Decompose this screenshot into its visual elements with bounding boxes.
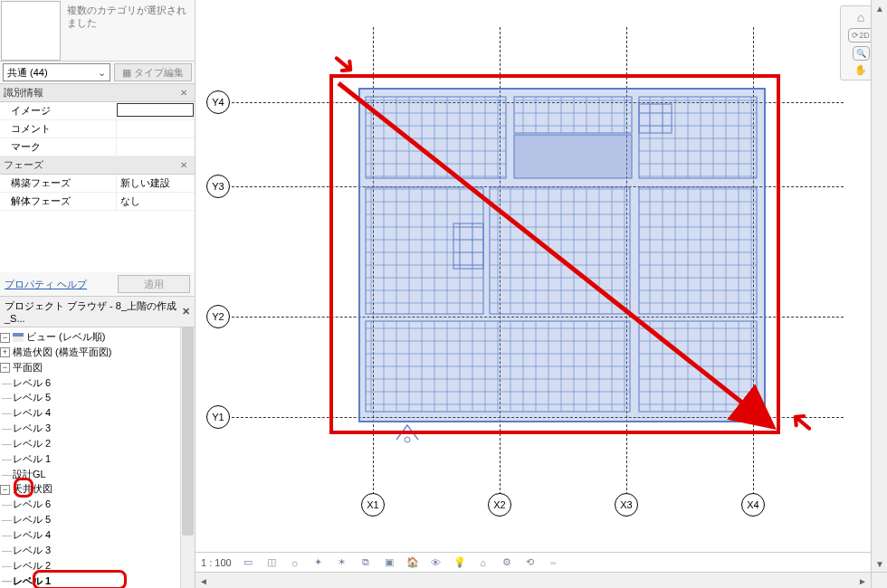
scroll-left-icon[interactable]: ◄	[196, 574, 211, 588]
tree-ceiling-lvl4[interactable]: —レベル 4	[0, 527, 195, 543]
grid-head-y4[interactable]: Y4	[206, 90, 230, 114]
project-browser-title: プロジェクト ブラウザ - 8_上階の作成_S...	[5, 299, 182, 324]
category-filter-row: 共通 (44) ▦ タイプ編集	[0, 62, 195, 84]
grid-head-x2[interactable]: X2	[488, 493, 511, 517]
tree-ceiling-lvl4-label: レベル 4	[13, 529, 51, 540]
expand-toggle-icon[interactable]: +	[0, 347, 10, 357]
close-icon[interactable]: ✕	[182, 306, 190, 318]
view-2d-label: 2D	[859, 31, 870, 40]
tree-structural-plans[interactable]: +構造伏図 (構造平面図)	[0, 345, 195, 360]
tree-ceiling-lvl3[interactable]: —レベル 3	[0, 543, 195, 558]
row-comment-value[interactable]	[116, 120, 195, 138]
row-image[interactable]: イメージ	[0, 102, 195, 120]
edit-type-icon: ▦	[122, 67, 131, 79]
tree-floor-lvl6-label: レベル 6	[13, 377, 51, 388]
grid-head-y4-label: Y4	[212, 97, 224, 108]
scroll-up-icon[interactable]: ▲	[873, 1, 887, 15]
crop-view-icon[interactable]: ⧉	[358, 555, 373, 570]
analytical-icon[interactable]: ⚙	[500, 555, 514, 570]
highlight-displacement-icon[interactable]: ⟲	[523, 555, 538, 570]
grid-head-x3[interactable]: X3	[615, 493, 638, 517]
scroll-down-icon[interactable]: ▼	[873, 556, 887, 571]
tree-dash-icon: —	[2, 422, 7, 435]
row-phase-demolished-value[interactable]: なし	[116, 193, 195, 210]
detail-level-icon[interactable]: ▭	[241, 555, 255, 570]
grid-head-y1[interactable]: Y1	[206, 405, 230, 429]
row-comment[interactable]: コメント	[0, 120, 195, 138]
multi-category-message: 複数のカテゴリが選択されました	[62, 0, 195, 61]
tree-dash-icon: —	[2, 391, 7, 404]
view-2d-badge[interactable]: ⟳2D	[848, 28, 873, 43]
row-phase-created-value[interactable]: 新しい建設	[116, 175, 195, 192]
home-icon[interactable]: ⌂	[857, 10, 864, 24]
shadows-icon[interactable]: ✦	[311, 555, 326, 570]
tree-ceiling-plans[interactable]: −天井伏図	[0, 481, 195, 497]
row-mark[interactable]: マーク	[0, 138, 195, 156]
tree-floor-lvl5[interactable]: —レベル 5	[0, 390, 195, 405]
category-filter-dropdown[interactable]: 共通 (44)	[3, 63, 110, 81]
grid-head-x4[interactable]: X4	[741, 493, 765, 517]
row-phase-created[interactable]: 構築フェーズ新しい建設	[0, 175, 195, 193]
pan-icon[interactable]: ✋	[854, 64, 867, 76]
lock-3d-icon[interactable]: 🏠	[405, 555, 420, 570]
collapse-toggle-icon[interactable]: −	[0, 363, 10, 373]
drawing-canvas-area: Y4 Y3 Y2 Y1 X1 X2 X3 X4	[196, 0, 887, 588]
tree-structplans-label: 構造伏図 (構造平面図)	[13, 346, 111, 357]
tree-ceiling-lvl2-label: レベル 2	[13, 560, 51, 571]
reveal-hidden-icon[interactable]: 💡	[453, 555, 467, 570]
row-phase-demolished[interactable]: 解体フェーズなし	[0, 193, 195, 211]
tree-ceiling-lvl5[interactable]: —レベル 5	[0, 512, 195, 527]
worksharing-icon[interactable]: ⌂	[476, 555, 491, 570]
tree-scroll-thumb[interactable]	[182, 327, 194, 536]
grid-head-y2[interactable]: Y2	[206, 305, 230, 328]
properties-whitespace	[0, 211, 195, 272]
group-identity-header[interactable]: 識別情報✕	[0, 84, 195, 102]
tree-ceiling-lvl1[interactable]: —レベル 1	[0, 574, 195, 589]
tree-floor-lvl2[interactable]: —レベル 2	[0, 436, 195, 451]
tree-dash-icon: —	[2, 406, 7, 420]
properties-grid: 識別情報✕ イメージ コメント マーク フェーズ✕ 構築フェーズ新しい建設 解体…	[0, 84, 195, 211]
properties-header: 複数のカテゴリが選択されました	[0, 0, 195, 62]
collapse-toggle-icon[interactable]: −	[0, 485, 10, 495]
tree-floor-lvl1[interactable]: —レベル 1	[0, 451, 195, 467]
tree-floor-lvl3[interactable]: —レベル 3	[0, 421, 195, 436]
project-browser-tree[interactable]: −ビュー (レベル順) +構造伏図 (構造平面図) −平面図 —レベル 6 —レ…	[0, 327, 195, 588]
view-scale[interactable]: 1 : 100	[201, 557, 232, 568]
sun-path-icon[interactable]: ☼	[288, 555, 302, 570]
apply-button[interactable]: 適用	[118, 275, 190, 293]
grid-head-x1[interactable]: X1	[361, 493, 385, 517]
tree-floor-lvl4-label: レベル 4	[13, 407, 51, 418]
grid-head-y3[interactable]: Y3	[206, 175, 230, 198]
group-phase-header[interactable]: フェーズ✕	[0, 156, 195, 175]
model-graphics-icon[interactable]: ◫	[264, 555, 279, 570]
row-mark-value[interactable]	[116, 138, 195, 156]
tree-floor-lvl4[interactable]: —レベル 4	[0, 405, 195, 421]
properties-help-link[interactable]: プロパティ ヘルプ	[5, 278, 87, 291]
vertical-scrollbar[interactable]: ▲ ▼	[871, 0, 887, 572]
type-preview-thumbnail[interactable]	[1, 1, 61, 61]
tree-scrollbar[interactable]	[180, 327, 195, 588]
project-browser-header[interactable]: プロジェクト ブラウザ - 8_上階の作成_S... ✕	[0, 296, 195, 327]
tree-dash-icon: —	[2, 544, 7, 557]
tree-floor-plans[interactable]: −平面図	[0, 360, 195, 375]
tree-root-views[interactable]: −ビュー (レベル順)	[0, 329, 195, 345]
temp-hide-icon[interactable]: 👁	[429, 555, 444, 570]
edit-type-button[interactable]: ▦ タイプ編集	[114, 63, 192, 81]
edit-type-label: タイプ編集	[134, 66, 184, 80]
collapse-toggle-icon[interactable]: −	[0, 333, 10, 343]
rendering-icon[interactable]: ✶	[335, 555, 349, 570]
show-crop-region-icon[interactable]: ▣	[382, 555, 396, 570]
horizontal-scrollbar[interactable]: ◄ ►	[196, 572, 871, 588]
reveal-constraints-icon[interactable]: ⎓	[547, 555, 561, 570]
tree-dash-icon: —	[2, 528, 7, 542]
scroll-right-icon[interactable]: ►	[855, 574, 870, 588]
annotation-highlight-ceiling-toggle	[14, 478, 33, 498]
tree-floor-lvl6[interactable]: —レベル 6	[0, 375, 195, 391]
view-surface[interactable]: Y4 Y3 Y2 Y1 X1 X2 X3 X4	[196, 0, 871, 572]
tree-ceiling-lvl6[interactable]: —レベル 6	[0, 497, 195, 512]
row-phase-demolished-label: 解体フェーズ	[0, 193, 116, 210]
zoom-region-icon[interactable]: 🔍	[853, 46, 870, 61]
tree-dash-icon: —	[2, 452, 7, 466]
row-image-value[interactable]	[117, 103, 194, 117]
grid-head-x3-label: X3	[620, 499, 632, 510]
